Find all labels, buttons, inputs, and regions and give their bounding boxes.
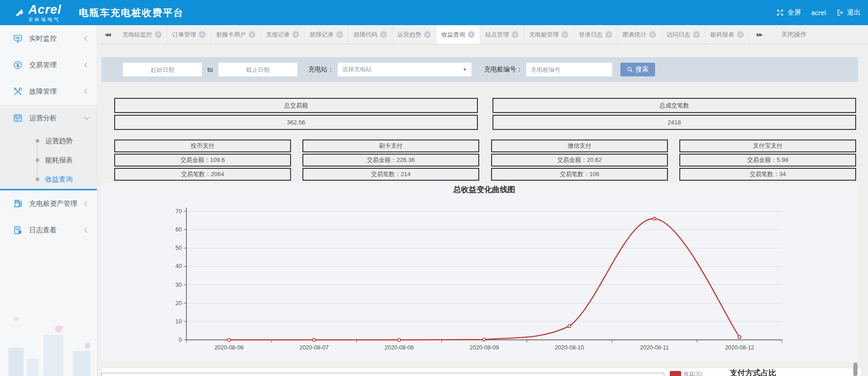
sidebar-subitem-label: 收益查询 <box>45 175 73 184</box>
sidebar-item-label: 日志查看 <box>29 226 85 235</box>
tab-故障代码[interactable]: 故障代码× <box>349 25 392 44</box>
sidebar-item-充电桩资产管理[interactable]: 充电桩资产管理 <box>0 190 97 217</box>
payment-title: 支付宝支付 <box>679 140 856 152</box>
active-group-underline <box>0 189 97 190</box>
tab-close-icon[interactable]: × <box>292 31 299 38</box>
tab-close-icon[interactable]: × <box>605 31 612 38</box>
x-tick-label: 2020-08-11 <box>640 344 669 351</box>
sidebar-item-运营分析[interactable]: 运营分析 <box>0 105 97 131</box>
charging-pile-icon <box>13 199 23 209</box>
tab-close-icon[interactable]: × <box>199 31 206 38</box>
data-point-dot <box>568 325 571 328</box>
tab-label: 充值记录 <box>266 31 290 39</box>
sidebar-group-运营分析: 运营分析运营趋势能耗报表收益查询 <box>0 105 97 190</box>
tab-label: 故障代码 <box>354 31 377 39</box>
tab-close-icon[interactable]: × <box>155 31 162 38</box>
username[interactable]: acrel <box>811 9 826 16</box>
tab-收益查询[interactable]: 收益查询× <box>436 25 480 44</box>
x-tick-label: 2020-08-10 <box>555 344 584 351</box>
sidebar-subitem-收益查询[interactable]: 收益查询 <box>0 170 97 189</box>
logo-text: Acrel <box>28 4 62 16</box>
payment-count: 交易笔数：214 <box>302 168 479 181</box>
tab-访问日志[interactable]: 访问日志× <box>662 25 705 44</box>
legend-label: 收益(元) <box>684 371 702 376</box>
tab-充电站监控[interactable]: 充电站监控× <box>117 25 167 44</box>
payment-title: 微信支付 <box>491 140 668 152</box>
payment-count: 交易笔数：2064 <box>114 168 291 181</box>
tab-label: 故障记录 <box>310 31 333 39</box>
tab-close-icon[interactable]: × <box>561 31 568 38</box>
sidebar-item-交易管理[interactable]: 交易管理 <box>0 52 97 78</box>
tab-close-icon[interactable]: × <box>468 31 475 38</box>
payment-amount: 交易金额：109.6 <box>114 154 291 167</box>
station-select[interactable]: 选择充电站 ▼ <box>338 63 471 76</box>
fullscreen-button[interactable]: 全屏 <box>776 8 801 17</box>
tab-充电桩管理[interactable]: 充电桩管理× <box>524 25 574 44</box>
sidebar-decoration <box>53 324 63 333</box>
station-label: 充电站： <box>308 65 334 74</box>
end-date-input[interactable] <box>218 63 297 76</box>
tab-label: 站点管理 <box>485 31 509 39</box>
tab-label: 访问日志 <box>667 31 690 39</box>
sidebar-subitem-label: 能耗报表 <box>45 156 73 165</box>
sidebar-subitem-能耗报表[interactable]: 能耗报表 <box>0 150 97 170</box>
tab-站点管理[interactable]: 站点管理× <box>480 25 524 44</box>
tab-充值记录[interactable]: 充值记录× <box>261 25 305 44</box>
next-section-box <box>101 373 664 376</box>
search-button[interactable]: 搜索 <box>620 63 655 76</box>
sidebar-decoration <box>13 316 19 322</box>
close-operations-menu[interactable]: 关闭操作 <box>769 25 807 44</box>
data-point-dot <box>398 338 401 341</box>
search-button-label: 搜索 <box>635 65 648 74</box>
sidebar-subitem-label: 运营趋势 <box>45 137 73 145</box>
tab-label: 能耗报表 <box>710 31 734 39</box>
logout-button[interactable]: 退出 <box>836 8 861 17</box>
sidebar-item-日志查看[interactable]: 日志查看 <box>0 217 97 243</box>
monitor-icon <box>13 33 23 43</box>
chevron-down-icon: ▼ <box>463 67 467 72</box>
tab-close-icon[interactable]: × <box>249 31 255 38</box>
tab-close-icon[interactable]: × <box>649 31 656 38</box>
sidebar-item-故障管理[interactable]: 故障管理 <box>0 78 97 105</box>
sidebar-decoration <box>26 359 38 376</box>
page-title: 电瓶车充电桩收费平台 <box>79 6 184 19</box>
tab-scroll-left-icon[interactable]: ◀◀ <box>97 25 117 44</box>
tab-能耗报表[interactable]: 能耗报表× <box>705 25 749 44</box>
x-tick-label: 2020-08-12 <box>725 344 754 351</box>
sidebar-item-label: 实时监控 <box>29 34 85 43</box>
tab-登录日志[interactable]: 登录日志× <box>574 25 618 44</box>
logout-label: 退出 <box>847 8 861 17</box>
chevron-left-icon <box>84 201 89 206</box>
tab-close-icon[interactable]: × <box>336 31 343 38</box>
chevron-down-icon <box>84 114 89 119</box>
tab-射频卡用户[interactable]: 射频卡用户× <box>211 25 261 44</box>
sidebar-subitem-运营趋势[interactable]: 运营趋势 <box>0 131 97 150</box>
sidebar-decoration <box>8 348 24 376</box>
tab-close-icon[interactable]: × <box>512 31 519 38</box>
start-date-input[interactable] <box>123 63 202 76</box>
tab-运营趋势[interactable]: 运营趋势× <box>392 25 436 44</box>
data-point-dot <box>228 338 230 341</box>
payment-amount: 交易金额：5.98 <box>679 154 856 167</box>
date-range-to-label: to <box>207 66 213 73</box>
data-point-dot <box>483 338 486 341</box>
tab-scroll-right-icon[interactable]: ▶▶ <box>749 25 769 44</box>
tab-图表统计[interactable]: 图表统计× <box>618 25 662 44</box>
sidebar-item-label: 交易管理 <box>29 61 85 70</box>
tab-故障记录[interactable]: 故障记录× <box>305 25 349 44</box>
sidebar-item-实时监控[interactable]: 实时监控 <box>0 25 97 52</box>
tab-close-icon[interactable]: × <box>737 31 744 38</box>
tab-close-icon[interactable]: × <box>380 31 387 38</box>
brand-logo: Acrel 安科瑞电气 <box>14 4 62 22</box>
tab-close-icon[interactable]: × <box>693 31 700 38</box>
tab-close-icon[interactable]: × <box>424 31 431 38</box>
payment-count: 交易笔数：34 <box>679 168 856 181</box>
tab-订单管理[interactable]: 订单管理× <box>167 25 211 44</box>
pile-number-label: 充电桩编号： <box>484 65 523 74</box>
y-tick-label: 40 <box>175 263 182 269</box>
sidebar-decoration <box>84 343 91 349</box>
tab-label: 图表统计 <box>623 31 646 39</box>
pile-number-input[interactable] <box>526 63 612 76</box>
bullet-icon <box>36 139 39 143</box>
vertical-scrollbar-thumb[interactable] <box>853 363 857 376</box>
